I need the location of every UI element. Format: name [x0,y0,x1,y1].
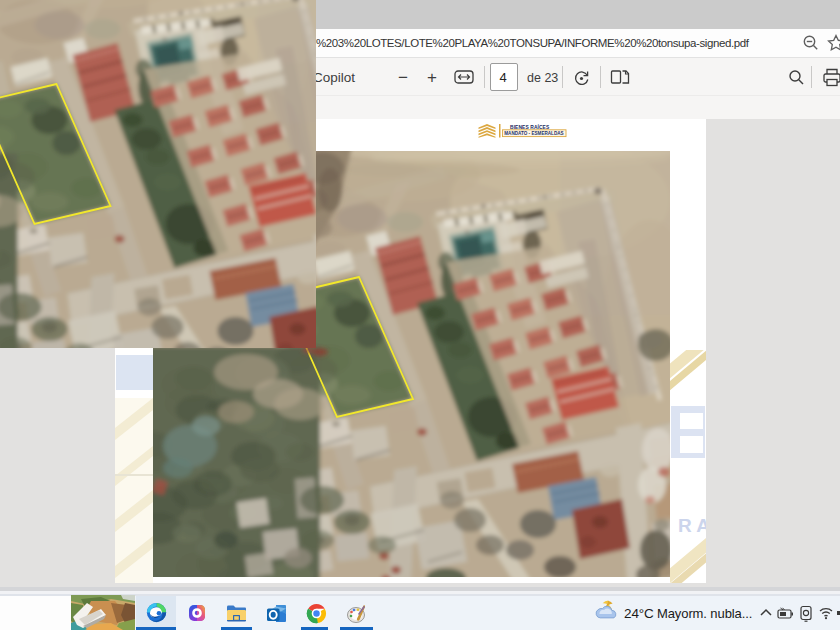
svg-text:MANDATO - ESMERALDAS: MANDATO - ESMERALDAS [504,131,563,136]
svg-text:R A: R A [678,515,706,536]
svg-text:BIENES RAÍCES: BIENES RAÍCES [510,123,550,130]
